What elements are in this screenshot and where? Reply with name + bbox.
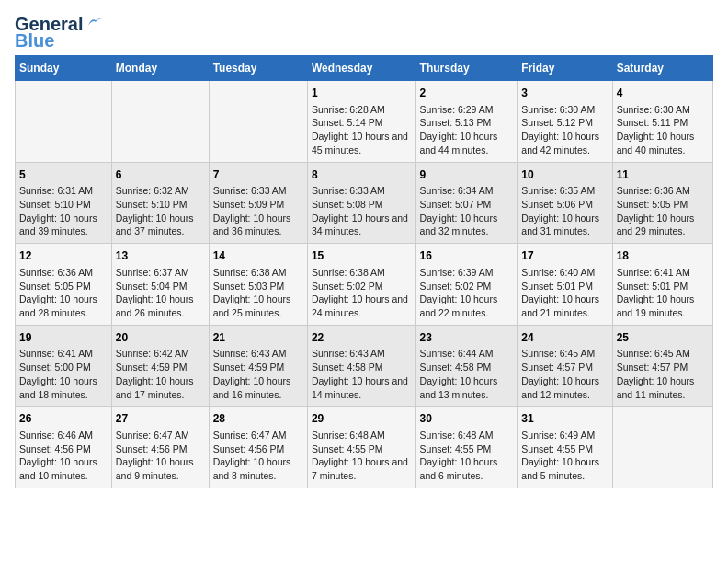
day-number: 2	[420, 86, 514, 101]
week-row-3: 12Sunrise: 6:36 AMSunset: 5:05 PMDayligh…	[16, 244, 713, 326]
day-number: 3	[521, 86, 608, 101]
table-row: 10Sunrise: 6:35 AMSunset: 5:06 PMDayligh…	[518, 162, 612, 244]
day-info: Sunrise: 6:41 AMSunset: 5:01 PMDaylight:…	[617, 266, 709, 320]
day-info: Sunrise: 6:38 AMSunset: 5:03 PMDaylight:…	[213, 266, 303, 320]
day-info: Sunrise: 6:48 AMSunset: 4:55 PMDaylight:…	[420, 429, 514, 483]
week-row-1: 1Sunrise: 6:28 AMSunset: 5:14 PMDaylight…	[16, 81, 713, 163]
table-row: 16Sunrise: 6:39 AMSunset: 5:02 PMDayligh…	[415, 244, 518, 326]
day-number: 25	[617, 330, 709, 346]
table-row: 9Sunrise: 6:34 AMSunset: 5:07 PMDaylight…	[415, 162, 518, 244]
day-info: Sunrise: 6:41 AMSunset: 5:00 PMDaylight:…	[19, 347, 108, 401]
header-friday: Friday	[518, 56, 612, 81]
day-number: 21	[213, 330, 303, 346]
day-number: 15	[312, 248, 412, 264]
day-number: 31	[521, 411, 608, 427]
week-row-4: 19Sunrise: 6:41 AMSunset: 5:00 PMDayligh…	[16, 325, 713, 407]
day-number: 19	[19, 330, 108, 346]
table-row: 12Sunrise: 6:36 AMSunset: 5:05 PMDayligh…	[16, 244, 112, 326]
day-info: Sunrise: 6:47 AMSunset: 4:56 PMDaylight:…	[213, 429, 303, 483]
day-number: 27	[116, 411, 205, 427]
day-info: Sunrise: 6:30 AMSunset: 5:11 PMDaylight:…	[617, 103, 709, 157]
day-info: Sunrise: 6:29 AMSunset: 5:13 PMDaylight:…	[420, 103, 514, 157]
table-row	[111, 81, 209, 163]
table-row: 6Sunrise: 6:32 AMSunset: 5:10 PMDaylight…	[111, 162, 209, 244]
day-number: 4	[617, 86, 709, 101]
table-row: 11Sunrise: 6:36 AMSunset: 5:05 PMDayligh…	[612, 162, 712, 244]
table-row: 7Sunrise: 6:33 AMSunset: 5:09 PMDaylight…	[209, 162, 307, 244]
day-number: 11	[617, 167, 709, 183]
day-info: Sunrise: 6:31 AMSunset: 5:10 PMDaylight:…	[19, 184, 108, 238]
day-number: 16	[420, 248, 514, 264]
table-row: 20Sunrise: 6:42 AMSunset: 4:59 PMDayligh…	[111, 325, 209, 407]
table-row: 13Sunrise: 6:37 AMSunset: 5:04 PMDayligh…	[111, 244, 209, 326]
table-row: 17Sunrise: 6:40 AMSunset: 5:01 PMDayligh…	[518, 244, 612, 326]
day-info: Sunrise: 6:38 AMSunset: 5:02 PMDaylight:…	[312, 266, 412, 320]
header-monday: Monday	[111, 56, 209, 81]
day-info: Sunrise: 6:45 AMSunset: 4:57 PMDaylight:…	[617, 347, 709, 401]
day-number: 7	[213, 167, 303, 183]
day-info: Sunrise: 6:39 AMSunset: 5:02 PMDaylight:…	[420, 266, 514, 320]
table-row: 21Sunrise: 6:43 AMSunset: 4:59 PMDayligh…	[209, 325, 307, 407]
day-number: 1	[312, 86, 412, 101]
table-row: 8Sunrise: 6:33 AMSunset: 5:08 PMDaylight…	[307, 162, 415, 244]
day-number: 23	[420, 330, 514, 346]
header-wednesday: Wednesday	[307, 56, 415, 81]
day-number: 17	[521, 248, 608, 264]
day-number: 28	[213, 411, 303, 427]
day-info: Sunrise: 6:37 AMSunset: 5:04 PMDaylight:…	[116, 266, 205, 320]
table-row: 31Sunrise: 6:49 AMSunset: 4:55 PMDayligh…	[518, 407, 612, 488]
table-row: 1Sunrise: 6:28 AMSunset: 5:14 PMDaylight…	[307, 81, 415, 163]
table-row	[16, 81, 112, 163]
day-number: 24	[521, 330, 608, 346]
page-header: General Blue	[15, 15, 713, 50]
table-row: 28Sunrise: 6:47 AMSunset: 4:56 PMDayligh…	[209, 407, 307, 488]
logo-bird-icon	[86, 16, 103, 29]
calendar-header-row: SundayMondayTuesdayWednesdayThursdayFrid…	[16, 56, 713, 81]
day-info: Sunrise: 6:44 AMSunset: 4:58 PMDaylight:…	[420, 347, 514, 401]
day-info: Sunrise: 6:43 AMSunset: 4:58 PMDaylight:…	[312, 347, 412, 401]
day-info: Sunrise: 6:42 AMSunset: 4:59 PMDaylight:…	[116, 347, 205, 401]
day-info: Sunrise: 6:30 AMSunset: 5:12 PMDaylight:…	[521, 103, 608, 157]
table-row: 18Sunrise: 6:41 AMSunset: 5:01 PMDayligh…	[612, 244, 712, 326]
table-row: 24Sunrise: 6:45 AMSunset: 4:57 PMDayligh…	[518, 325, 612, 407]
table-row: 5Sunrise: 6:31 AMSunset: 5:10 PMDaylight…	[16, 162, 112, 244]
day-number: 20	[116, 330, 205, 346]
day-info: Sunrise: 6:43 AMSunset: 4:59 PMDaylight:…	[213, 347, 303, 401]
table-row: 19Sunrise: 6:41 AMSunset: 5:00 PMDayligh…	[16, 325, 112, 407]
day-number: 26	[19, 411, 108, 427]
header-saturday: Saturday	[612, 56, 712, 81]
day-info: Sunrise: 6:49 AMSunset: 4:55 PMDaylight:…	[521, 429, 608, 483]
table-row: 27Sunrise: 6:47 AMSunset: 4:56 PMDayligh…	[111, 407, 209, 488]
day-number: 8	[312, 167, 412, 183]
header-tuesday: Tuesday	[209, 56, 307, 81]
day-number: 12	[19, 248, 108, 264]
table-row: 29Sunrise: 6:48 AMSunset: 4:55 PMDayligh…	[307, 407, 415, 488]
day-info: Sunrise: 6:33 AMSunset: 5:08 PMDaylight:…	[312, 184, 412, 238]
table-row: 26Sunrise: 6:46 AMSunset: 4:56 PMDayligh…	[16, 407, 112, 488]
week-row-2: 5Sunrise: 6:31 AMSunset: 5:10 PMDaylight…	[16, 162, 713, 244]
table-row: 15Sunrise: 6:38 AMSunset: 5:02 PMDayligh…	[307, 244, 415, 326]
day-info: Sunrise: 6:32 AMSunset: 5:10 PMDaylight:…	[116, 184, 205, 238]
header-thursday: Thursday	[415, 56, 518, 81]
table-row: 2Sunrise: 6:29 AMSunset: 5:13 PMDaylight…	[415, 81, 518, 163]
day-info: Sunrise: 6:28 AMSunset: 5:14 PMDaylight:…	[312, 103, 412, 157]
table-row	[209, 81, 307, 163]
day-number: 22	[312, 330, 412, 346]
table-row: 4Sunrise: 6:30 AMSunset: 5:11 PMDaylight…	[612, 81, 712, 163]
table-row: 30Sunrise: 6:48 AMSunset: 4:55 PMDayligh…	[415, 407, 518, 488]
day-info: Sunrise: 6:48 AMSunset: 4:55 PMDaylight:…	[312, 429, 412, 483]
table-row: 14Sunrise: 6:38 AMSunset: 5:03 PMDayligh…	[209, 244, 307, 326]
day-number: 29	[312, 411, 412, 427]
day-info: Sunrise: 6:40 AMSunset: 5:01 PMDaylight:…	[521, 266, 608, 320]
logo: General Blue	[15, 15, 103, 50]
day-number: 13	[116, 248, 205, 264]
day-number: 14	[213, 248, 303, 264]
calendar-table: SundayMondayTuesdayWednesdayThursdayFrid…	[15, 55, 713, 488]
day-number: 30	[420, 411, 514, 427]
day-number: 10	[521, 167, 608, 183]
day-info: Sunrise: 6:47 AMSunset: 4:56 PMDaylight:…	[116, 429, 205, 483]
day-info: Sunrise: 6:33 AMSunset: 5:09 PMDaylight:…	[213, 184, 303, 238]
day-number: 6	[116, 167, 205, 183]
week-row-5: 26Sunrise: 6:46 AMSunset: 4:56 PMDayligh…	[16, 407, 713, 488]
table-row: 22Sunrise: 6:43 AMSunset: 4:58 PMDayligh…	[307, 325, 415, 407]
